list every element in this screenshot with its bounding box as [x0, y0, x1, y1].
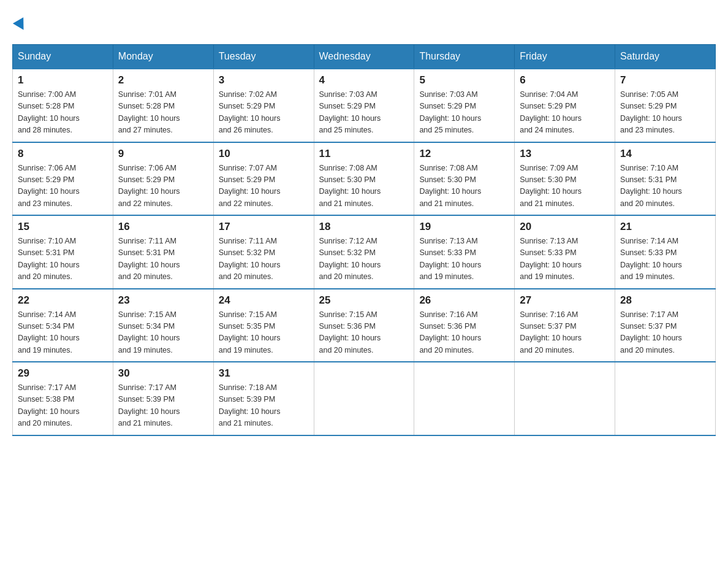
day-number: 31 [219, 367, 309, 380]
calendar-cell: 4Sunrise: 7:03 AMSunset: 5:29 PMDaylight… [314, 69, 414, 142]
day-info: Sunrise: 7:18 AMSunset: 5:39 PMDaylight:… [219, 382, 309, 430]
day-info: Sunrise: 7:06 AMSunset: 5:29 PMDaylight:… [118, 163, 208, 210]
week-row-4: 22Sunrise: 7:14 AMSunset: 5:34 PMDayligh… [13, 289, 716, 362]
day-info: Sunrise: 7:11 AMSunset: 5:31 PMDaylight:… [118, 236, 208, 283]
header-tuesday: Tuesday [213, 45, 314, 69]
day-number: 1 [18, 74, 108, 86]
calendar-cell [515, 362, 615, 435]
calendar-cell [615, 362, 716, 435]
day-info: Sunrise: 7:14 AMSunset: 5:33 PMDaylight:… [620, 236, 710, 283]
header-thursday: Thursday [414, 45, 515, 69]
header-sunday: Sunday [13, 45, 113, 69]
calendar-cell: 15Sunrise: 7:10 AMSunset: 5:31 PMDayligh… [13, 215, 113, 289]
calendar-cell: 11Sunrise: 7:08 AMSunset: 5:30 PMDayligh… [314, 142, 414, 216]
day-number: 2 [118, 74, 208, 86]
calendar-cell: 28Sunrise: 7:17 AMSunset: 5:37 PMDayligh… [615, 289, 716, 362]
day-info: Sunrise: 7:13 AMSunset: 5:33 PMDaylight:… [520, 236, 610, 283]
day-number: 21 [620, 221, 710, 233]
calendar-cell: 18Sunrise: 7:12 AMSunset: 5:32 PMDayligh… [314, 215, 414, 289]
day-info: Sunrise: 7:14 AMSunset: 5:34 PMDaylight:… [18, 309, 108, 357]
calendar-cell: 27Sunrise: 7:16 AMSunset: 5:37 PMDayligh… [515, 289, 615, 362]
header-wednesday: Wednesday [314, 45, 414, 69]
calendar-cell [314, 362, 414, 435]
day-info: Sunrise: 7:15 AMSunset: 5:36 PMDaylight:… [319, 309, 409, 357]
day-info: Sunrise: 7:04 AMSunset: 5:29 PMDaylight:… [520, 89, 610, 137]
day-info: Sunrise: 7:16 AMSunset: 5:37 PMDaylight:… [520, 309, 610, 357]
calendar-cell: 5Sunrise: 7:03 AMSunset: 5:29 PMDaylight… [414, 69, 515, 142]
day-info: Sunrise: 7:17 AMSunset: 5:37 PMDaylight:… [620, 309, 710, 357]
calendar-cell: 22Sunrise: 7:14 AMSunset: 5:34 PMDayligh… [13, 289, 113, 362]
day-info: Sunrise: 7:00 AMSunset: 5:28 PMDaylight:… [18, 89, 108, 137]
day-number: 20 [520, 221, 610, 233]
day-info: Sunrise: 7:12 AMSunset: 5:32 PMDaylight:… [319, 236, 409, 283]
calendar-cell: 8Sunrise: 7:06 AMSunset: 5:29 PMDaylight… [13, 142, 113, 216]
day-number: 12 [419, 148, 509, 160]
calendar-cell: 31Sunrise: 7:18 AMSunset: 5:39 PMDayligh… [213, 362, 314, 435]
day-info: Sunrise: 7:05 AMSunset: 5:29 PMDaylight:… [620, 89, 710, 137]
day-info: Sunrise: 7:01 AMSunset: 5:28 PMDaylight:… [118, 89, 208, 137]
day-info: Sunrise: 7:15 AMSunset: 5:35 PMDaylight:… [219, 309, 309, 357]
page-header [12, 12, 716, 32]
day-info: Sunrise: 7:13 AMSunset: 5:33 PMDaylight:… [419, 236, 509, 283]
day-number: 6 [520, 74, 610, 86]
calendar-cell: 14Sunrise: 7:10 AMSunset: 5:31 PMDayligh… [615, 142, 716, 216]
day-number: 13 [520, 148, 610, 160]
day-info: Sunrise: 7:08 AMSunset: 5:30 PMDaylight:… [319, 163, 409, 210]
day-number: 28 [620, 294, 710, 307]
calendar-header: SundayMondayTuesdayWednesdayThursdayFrid… [13, 45, 716, 69]
day-number: 29 [18, 367, 108, 380]
calendar-cell: 24Sunrise: 7:15 AMSunset: 5:35 PMDayligh… [213, 289, 314, 362]
calendar-cell: 19Sunrise: 7:13 AMSunset: 5:33 PMDayligh… [414, 215, 515, 289]
day-info: Sunrise: 7:17 AMSunset: 5:39 PMDaylight:… [118, 382, 208, 430]
calendar-cell [414, 362, 515, 435]
day-info: Sunrise: 7:02 AMSunset: 5:29 PMDaylight:… [219, 89, 309, 137]
day-number: 18 [319, 221, 409, 233]
day-number: 11 [319, 148, 409, 160]
calendar-cell: 30Sunrise: 7:17 AMSunset: 5:39 PMDayligh… [113, 362, 213, 435]
header-friday: Friday [515, 45, 615, 69]
day-number: 17 [219, 221, 309, 233]
calendar-cell: 26Sunrise: 7:16 AMSunset: 5:36 PMDayligh… [414, 289, 515, 362]
day-number: 4 [319, 74, 409, 86]
day-info: Sunrise: 7:03 AMSunset: 5:29 PMDaylight:… [319, 89, 409, 137]
calendar-cell: 21Sunrise: 7:14 AMSunset: 5:33 PMDayligh… [615, 215, 716, 289]
day-number: 3 [219, 74, 309, 86]
day-number: 26 [419, 294, 509, 307]
calendar-cell: 1Sunrise: 7:00 AMSunset: 5:28 PMDaylight… [13, 69, 113, 142]
day-number: 23 [118, 294, 208, 307]
week-row-1: 1Sunrise: 7:00 AMSunset: 5:28 PMDaylight… [13, 69, 716, 142]
day-number: 24 [219, 294, 309, 307]
day-info: Sunrise: 7:09 AMSunset: 5:30 PMDaylight:… [520, 163, 610, 210]
day-number: 9 [118, 148, 208, 160]
day-info: Sunrise: 7:16 AMSunset: 5:36 PMDaylight:… [419, 309, 509, 357]
calendar-cell: 3Sunrise: 7:02 AMSunset: 5:29 PMDaylight… [213, 69, 314, 142]
calendar-cell: 7Sunrise: 7:05 AMSunset: 5:29 PMDaylight… [615, 69, 716, 142]
calendar-cell: 23Sunrise: 7:15 AMSunset: 5:34 PMDayligh… [113, 289, 213, 362]
day-number: 27 [520, 294, 610, 307]
day-info: Sunrise: 7:11 AMSunset: 5:32 PMDaylight:… [219, 236, 309, 283]
day-number: 22 [18, 294, 108, 307]
day-number: 25 [319, 294, 409, 307]
day-number: 14 [620, 148, 710, 160]
calendar-cell: 25Sunrise: 7:15 AMSunset: 5:36 PMDayligh… [314, 289, 414, 362]
calendar-cell: 16Sunrise: 7:11 AMSunset: 5:31 PMDayligh… [113, 215, 213, 289]
day-info: Sunrise: 7:08 AMSunset: 5:30 PMDaylight:… [419, 163, 509, 210]
day-number: 8 [18, 148, 108, 160]
calendar-cell: 20Sunrise: 7:13 AMSunset: 5:33 PMDayligh… [515, 215, 615, 289]
calendar-table: SundayMondayTuesdayWednesdayThursdayFrid… [12, 44, 716, 436]
day-number: 7 [620, 74, 710, 86]
logo-triangle-icon [13, 17, 29, 33]
day-number: 16 [118, 221, 208, 233]
header-row: SundayMondayTuesdayWednesdayThursdayFrid… [13, 45, 716, 69]
logo [12, 12, 27, 32]
day-number: 15 [18, 221, 108, 233]
calendar-body: 1Sunrise: 7:00 AMSunset: 5:28 PMDaylight… [13, 69, 716, 435]
header-monday: Monday [113, 45, 213, 69]
day-info: Sunrise: 7:06 AMSunset: 5:29 PMDaylight:… [18, 163, 108, 210]
calendar-cell: 12Sunrise: 7:08 AMSunset: 5:30 PMDayligh… [414, 142, 515, 216]
calendar-cell: 13Sunrise: 7:09 AMSunset: 5:30 PMDayligh… [515, 142, 615, 216]
week-row-5: 29Sunrise: 7:17 AMSunset: 5:38 PMDayligh… [13, 362, 716, 435]
calendar-cell: 29Sunrise: 7:17 AMSunset: 5:38 PMDayligh… [13, 362, 113, 435]
week-row-3: 15Sunrise: 7:10 AMSunset: 5:31 PMDayligh… [13, 215, 716, 289]
day-number: 10 [219, 148, 309, 160]
